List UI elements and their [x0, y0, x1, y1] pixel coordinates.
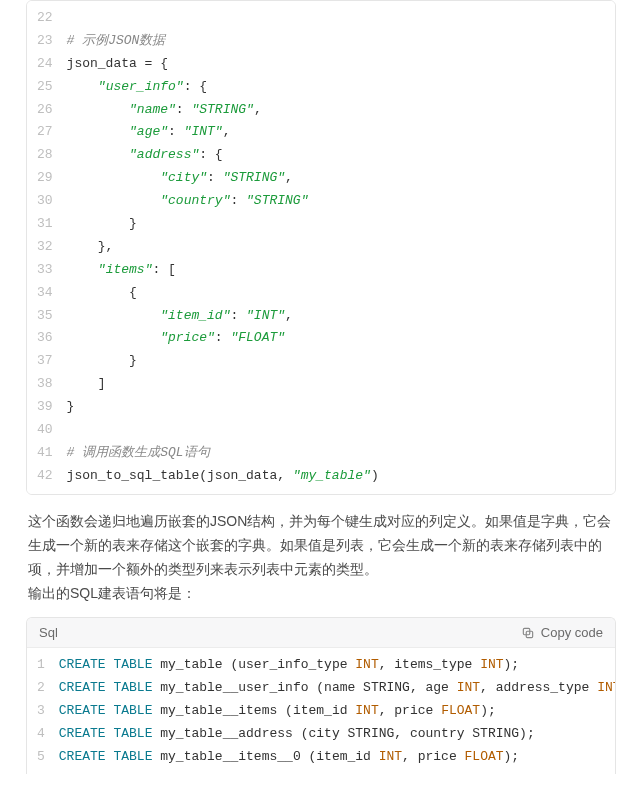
copy-icon: [521, 626, 535, 640]
code-content: CREATE TABLE my_table (user_info_type IN…: [53, 648, 616, 774]
page: 2223242526272829303132333435363738394041…: [0, 0, 634, 788]
paragraph-line: 输出的SQL建表语句将是：: [28, 585, 196, 601]
code-header: Sql Copy code: [27, 618, 615, 648]
paragraph-line: 这个函数会递归地遍历嵌套的JSON结构，并为每个键生成对应的列定义。如果值是字典…: [28, 513, 611, 577]
language-label: Sql: [39, 625, 58, 640]
code-body: 12345 CREATE TABLE my_table (user_info_t…: [27, 648, 615, 774]
gutter: 12345: [27, 648, 53, 774]
code-content: # 示例JSON数据json_data = { "user_info": { "…: [61, 1, 389, 494]
gutter: 2223242526272829303132333435363738394041…: [27, 1, 61, 494]
explanation-text: 这个函数会递归地遍历嵌套的JSON结构，并为每个键生成对应的列定义。如果值是字典…: [28, 509, 614, 605]
code-block-python: 2223242526272829303132333435363738394041…: [26, 0, 616, 495]
copy-button[interactable]: Copy code: [521, 625, 603, 640]
code-block-sql: Sql Copy code 12345 CREATE TABLE my_tabl…: [26, 617, 616, 774]
code-body: 2223242526272829303132333435363738394041…: [27, 1, 615, 494]
copy-label: Copy code: [541, 625, 603, 640]
